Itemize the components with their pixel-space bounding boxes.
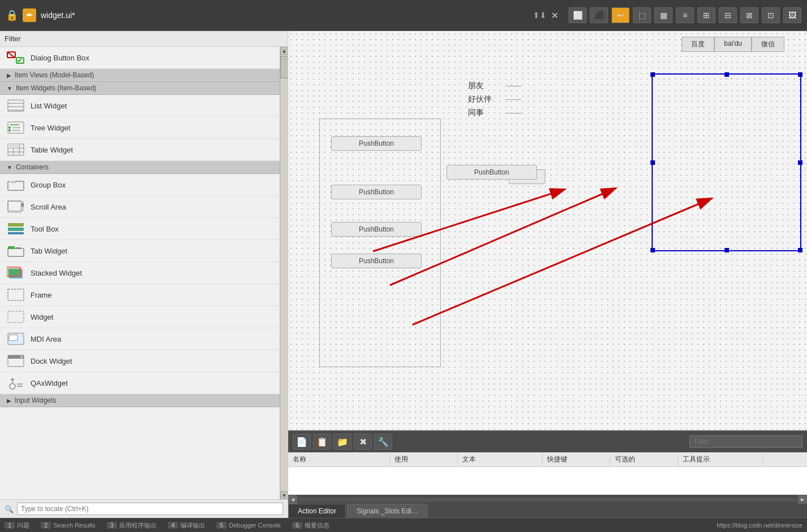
canvas-tab-weixin[interactable]: 微信 [752,37,784,52]
qaxwidget-icon [7,375,25,391]
tab-signals-slots[interactable]: Signals _Slots Edi… [347,504,428,518]
action-settings-button[interactable]: 🔧 [374,434,392,450]
svg-point-11 [8,127,11,129]
action-filter-input[interactable] [689,435,802,448]
canvas-tab-baidu[interactable]: 百度 [682,37,714,52]
stackedwidget-icon [7,265,25,281]
widget-list: Dialog Button Box Item Views (Model-Base… [0,47,288,499]
widget-icon [7,309,25,325]
toolbar-btn-3[interactable]: ↩ [611,7,630,23]
widget-item-dockwidget[interactable]: Dock Widget [0,350,288,372]
scrollbar-track[interactable]: ▲ ▼ [280,47,288,499]
h-scrollbar-right[interactable]: ▶ [798,495,807,504]
close-button[interactable]: ✕ [551,10,558,21]
toolbar-btn-align4[interactable]: ⊠ [740,7,758,23]
widget-label-qaxwidget: QAxWidget [31,379,68,387]
search-input[interactable] [17,503,283,515]
svg-rect-32 [15,247,21,249]
status-item-summary[interactable]: 6 概要信息 [292,521,329,530]
search-bar: 🔍 [0,499,288,518]
toolbar-btn-align1[interactable]: ≡ [676,7,694,23]
widget-label-toolbox: Tool Box [31,225,59,233]
action-copy-button[interactable]: 📋 [313,434,331,450]
widget-item-groupbox[interactable]: label Group Box [0,174,288,196]
svg-rect-30 [8,248,24,256]
groupbox-icon: label [7,177,25,193]
toolbar-btn-4[interactable]: ⬚ [633,7,651,23]
widget-item-tabwidget[interactable]: Tab Widget [0,240,288,262]
h-scrollbar-track[interactable] [298,498,797,502]
status-item-app-output[interactable]: 3 应用程序输出 [107,521,157,530]
canvas-pushbutton-1[interactable]: PushButton [331,136,422,151]
svg-rect-29 [8,232,24,234]
action-col-text: 文本 [458,452,543,466]
canvas-push-buttons: PushButton PushButton PushButton PushBut… [320,130,440,274]
widget-label-frame: Frame [31,291,52,299]
widget-label-tabwidget: Tab Widget [31,247,67,255]
widget-item-widget[interactable]: Widget [0,306,288,328]
toolbar-btn-1[interactable]: ⬜ [569,7,587,23]
widget-item-treewidget[interactable]: Tree Widget [0,117,288,139]
widget-item-listwidget[interactable]: List Widget [0,95,288,117]
widget-label-dialogbuttonbox: Dialog Button Box [31,54,89,62]
widget-item-scrollarea[interactable]: Scroll Area [0,196,288,218]
status-item-compile[interactable]: 4 编译输出 [168,521,205,530]
widget-label-groupbox: Group Box [31,181,66,189]
action-table-header: 名称 使用 文本 快捷键 可选的 工具提示 [288,452,807,467]
h-scrollbar-left[interactable]: ◀ [288,495,297,504]
action-col-name: 名称 [288,452,390,466]
action-new-button[interactable]: 📄 [293,434,311,450]
action-folder-button[interactable]: 📁 [333,434,352,450]
action-delete-button[interactable]: ✖ [354,434,372,450]
widget-item-dialogbuttonbox[interactable]: Dialog Button Box [0,47,288,69]
toolbar-btn-align5[interactable]: ⊡ [762,7,780,23]
svg-rect-36 [8,289,24,300]
widget-item-qaxwidget[interactable]: QAxWidget [0,372,288,394]
canvas-tab-baidu2[interactable]: bai'du [714,37,752,52]
tab-action-editor[interactable]: Action Editor [288,504,346,518]
h-scrollbar[interactable]: ◀ ▶ [288,495,807,504]
widget-item-stackedwidget[interactable]: Stacked Widget [0,262,288,284]
category-item-widgets[interactable]: Item Widgets (Item-Based) [0,82,288,95]
canvas-list-item-colleague: 同事 —— [463,106,526,120]
action-col-usage: 使用 [390,452,458,466]
svg-rect-28 [8,228,24,231]
canvas-pushbutton-4[interactable]: PushButton [331,254,422,268]
toolbar-btn-align2[interactable]: ⊞ [697,7,715,23]
widget-item-tablewidget[interactable]: Table Widget [0,139,288,161]
right-area: 百度 bai'du 微信 朋友 —— [288,31,807,518]
handle-bl [650,248,655,252]
toolbar-btn-preview[interactable]: 🖼 [783,7,801,23]
widget-label-mdiarea: MDI Area [31,335,61,343]
widget-item-toolbox[interactable]: Tool Box [0,218,288,240]
svg-rect-26 [8,211,21,213]
category-item-views[interactable]: Item Views (Model-Based) [0,69,288,82]
toolbar-btn-2[interactable]: ⬛ [590,7,608,23]
canvas-pushbutton-3[interactable]: PushButton [331,222,422,237]
toolbar-btn-align3[interactable]: ⊟ [719,7,737,23]
scrollbar-up[interactable]: ▲ [280,47,288,55]
filter-bar: Filter [0,31,288,47]
canvas-pushbutton-outside: PushButton [319,176,410,191]
status-item-debugger[interactable]: 5 Debugger Console [216,522,281,529]
svg-point-12 [8,129,11,132]
handle-tc [724,72,729,77]
category-input-widgets[interactable]: Input Widgets [0,394,288,407]
scrollbar-down[interactable]: ▼ [280,491,288,499]
status-item-search[interactable]: 2 Search Results [41,522,96,529]
canvas-pushbutton-extra[interactable]: PushButton [446,165,537,180]
svg-rect-27 [8,223,24,226]
widget-label-dockwidget: Dock Widget [31,357,72,365]
frame-icon [7,287,25,303]
toolbar-btn-5[interactable]: ▦ [654,7,672,23]
widget-item-mdiarea[interactable]: MDI Area [0,328,288,350]
category-containers[interactable]: Containers [0,161,288,174]
status-item-problems[interactable]: 1 问题 [5,521,29,530]
scrollbar-thumb[interactable] [280,56,288,79]
action-col-optional: 可选的 [610,452,678,466]
widget-label-treewidget: Tree Widget [31,124,70,132]
status-url: https://blog.csdn.net/dinnersize [717,522,802,529]
title-arrows[interactable]: ⬆⬇ [533,11,546,20]
widget-item-frame[interactable]: Frame [0,284,288,306]
canvas-area[interactable]: 百度 bai'du 微信 朋友 —— [288,31,807,430]
